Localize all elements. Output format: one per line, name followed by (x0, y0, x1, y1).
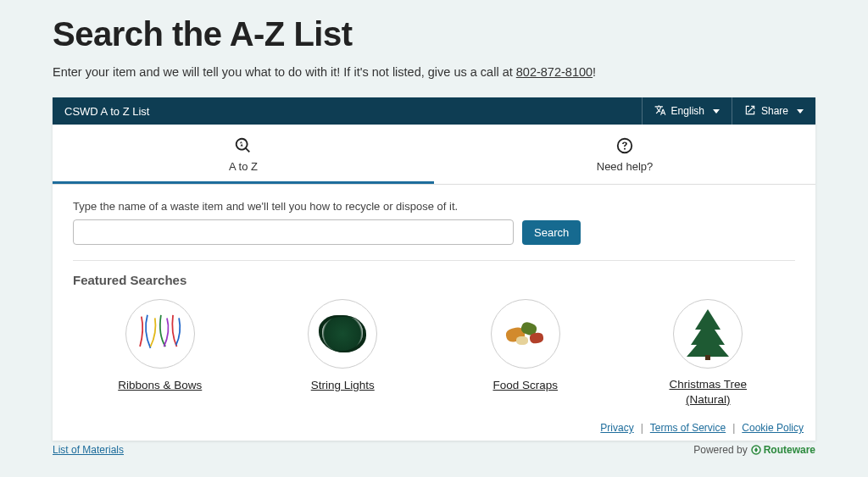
divider (73, 260, 795, 261)
featured-item-scraps[interactable]: Food Scraps (438, 299, 613, 407)
featured-label: String Lights (311, 378, 375, 393)
help-icon (615, 136, 634, 155)
christmas-tree-icon (673, 299, 743, 369)
intro-after: ! (593, 65, 596, 79)
powered-by: Powered by Routeware (693, 444, 815, 456)
search-label: Type the name of a waste item and we'll … (73, 200, 795, 213)
separator: | (732, 422, 735, 434)
chevron-down-icon (713, 109, 720, 114)
tab-atoz-label: A to Z (229, 160, 258, 173)
phone-link[interactable]: 802-872-8100 (516, 65, 593, 79)
powered-brand: Routeware (751, 444, 815, 456)
search-input[interactable] (73, 219, 514, 245)
svg-marker-0 (687, 309, 729, 357)
az-widget: CSWD A to Z List English Share (53, 97, 815, 441)
powered-prefix: Powered by (693, 444, 747, 456)
tab-atoz[interactable]: A to Z (53, 125, 434, 184)
share-icon (744, 104, 756, 119)
widget-header: CSWD A to Z List English Share (53, 97, 815, 125)
intro-before: Enter your item and we will tell you wha… (53, 65, 516, 79)
tab-help[interactable]: Need help? (434, 125, 815, 184)
featured-label: Food Scraps (492, 378, 558, 393)
featured-label: Christmas Tree (Natural) (653, 377, 763, 407)
cookie-link[interactable]: Cookie Policy (742, 422, 804, 434)
featured-label: Ribbons & Bows (118, 378, 202, 393)
featured-item-lights[interactable]: String Lights (256, 299, 431, 407)
separator: | (641, 422, 643, 434)
terms-link[interactable]: Terms of Service (650, 422, 726, 434)
intro-text: Enter your item and we will tell you wha… (53, 65, 815, 79)
language-label: English (671, 105, 704, 117)
featured-item-ribbons[interactable]: Ribbons & Bows (73, 299, 248, 407)
routeware-logo-icon (751, 445, 761, 455)
widget-title: CSWD A to Z List (53, 97, 642, 125)
ribbons-icon (125, 299, 195, 369)
below-widget-row: List of Materials Powered by Routeware (53, 444, 815, 456)
search-row: Search (73, 219, 795, 245)
language-button[interactable]: English (642, 97, 732, 125)
svg-rect-1 (705, 355, 710, 360)
share-label: Share (761, 105, 788, 117)
list-of-materials-link[interactable]: List of Materials (53, 444, 124, 456)
search-button[interactable]: Search (522, 220, 581, 245)
food-scraps-icon (491, 299, 560, 369)
tab-help-label: Need help? (597, 160, 654, 173)
page-title: Search the A-Z List (53, 15, 815, 53)
widget-body: Type the name of a waste item and we'll … (53, 185, 815, 415)
string-lights-icon (308, 299, 377, 369)
chevron-down-icon (797, 109, 804, 114)
featured-item-tree[interactable]: Christmas Tree (Natural) (621, 299, 796, 407)
featured-title: Featured Searches (73, 273, 795, 287)
share-button[interactable]: Share (732, 97, 815, 125)
translate-icon (654, 104, 666, 119)
tab-bar: A to Z Need help? (53, 125, 815, 185)
recycle-search-icon (234, 136, 253, 155)
featured-row: Ribbons & Bows String Lights (73, 299, 795, 407)
privacy-link[interactable]: Privacy (600, 422, 633, 434)
widget-footer: Privacy | Terms of Service | Cookie Poli… (53, 415, 815, 441)
